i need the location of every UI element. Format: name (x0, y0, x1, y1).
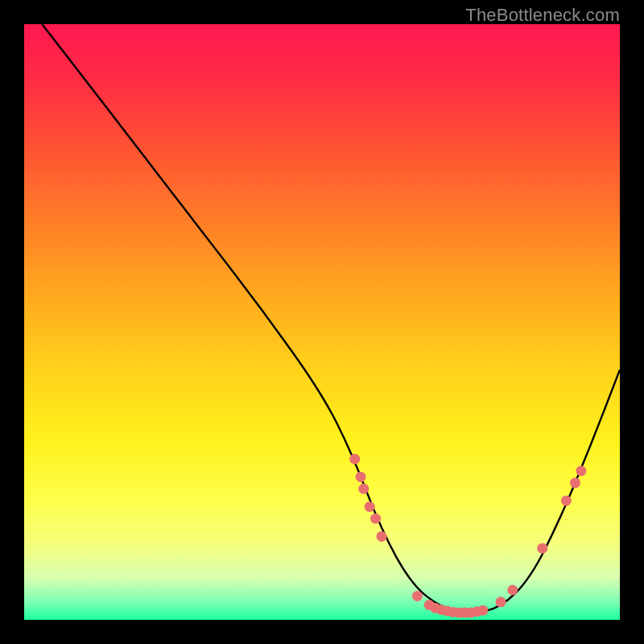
curve-marker (537, 543, 547, 554)
curve-marker (377, 531, 387, 542)
curve-marker (358, 484, 369, 494)
curve-marker (349, 454, 360, 464)
curve-marker (356, 472, 366, 482)
curve-marker (412, 591, 423, 601)
curve-marker (507, 585, 518, 596)
curve-marker (370, 514, 381, 524)
curve-marker (496, 597, 506, 607)
curve-marker (477, 605, 488, 616)
curve-marker (561, 496, 572, 506)
curve-marker (570, 477, 580, 488)
chart-frame: TheBottleneck.com (0, 0, 644, 644)
curve-line (42, 24, 620, 613)
plot-area (24, 24, 620, 620)
chart-svg (24, 24, 620, 620)
watermark-text: TheBottleneck.com (465, 5, 620, 26)
curve-marker (576, 466, 586, 477)
curve-marker (365, 502, 375, 512)
bottleneck-curve-path (42, 24, 620, 613)
